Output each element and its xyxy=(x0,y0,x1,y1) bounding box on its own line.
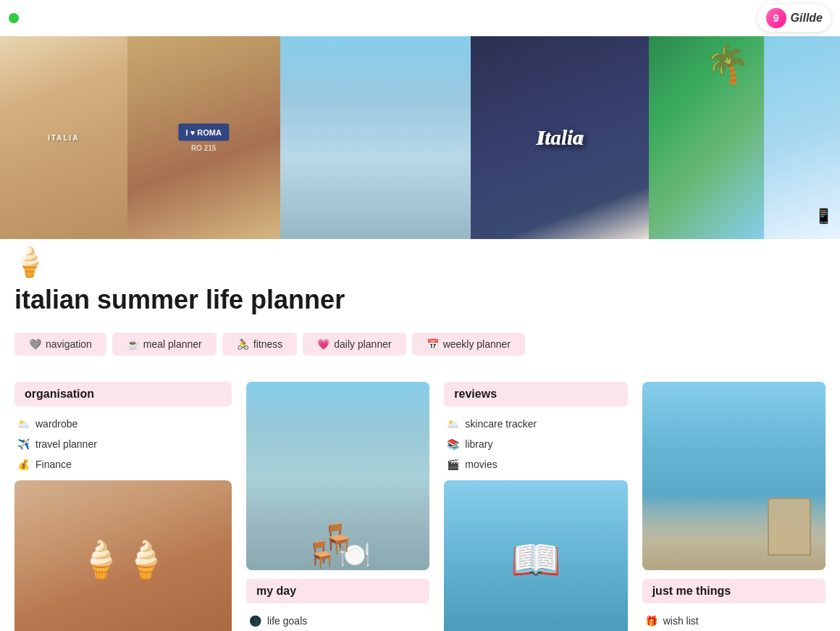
nav-tab-icon-daily: 💗 xyxy=(317,338,329,350)
book-ocean-image: 📖 xyxy=(444,480,627,631)
travel-icon: ✈️ xyxy=(17,438,30,450)
col-middle-left: 🪑🍽️ my day 🌑 life goals xyxy=(246,382,429,631)
list-item-wish-list[interactable]: 🎁 wish list xyxy=(642,611,826,631)
nav-tab-label-fitness: fitness xyxy=(253,338,282,350)
life-goals-icon: 🌑 xyxy=(249,615,261,627)
hero-img-2: I ♥ ROMA RO 215 xyxy=(127,36,280,239)
hero-img-4: Italia xyxy=(471,36,649,239)
tab-weekly-planner[interactable]: 📅 weekly planner xyxy=(412,333,525,356)
wardrobe-icon: 🌥️ xyxy=(17,418,30,430)
nav-tab-label-daily: daily planner xyxy=(334,338,391,350)
section-my-day-header: my day xyxy=(246,579,429,603)
col-right: just me things 🎁 wish list xyxy=(642,382,826,631)
nav-tab-label-weekly: weekly planner xyxy=(443,338,511,350)
section-organisation-header: organisation xyxy=(14,382,232,406)
list-item-life-goals[interactable]: 🌑 life goals xyxy=(246,611,429,631)
list-item-travel-planner[interactable]: ✈️ travel planner xyxy=(14,434,232,454)
nav-tab-icon-navigation: 🩶 xyxy=(29,338,41,350)
nav-tab-icon-fitness: 🚴 xyxy=(237,338,249,350)
nav-tabs: 🩶 navigation ☕ meal planner 🚴 fitness 💗 … xyxy=(14,333,826,356)
page-title: italian summer life planner xyxy=(14,285,826,315)
boat-image xyxy=(642,382,826,570)
logo-icon: 9 xyxy=(766,8,786,28)
nav-tab-icon-meal: ☕ xyxy=(127,338,139,350)
section-just-me-things: just me things 🎁 wish list xyxy=(642,579,826,631)
tab-navigation[interactable]: 🩶 navigation xyxy=(14,333,106,356)
cards-grid: organisation 🌥️ wardrobe ✈️ travel plann… xyxy=(14,382,826,631)
nav-tab-icon-weekly: 📅 xyxy=(427,338,439,350)
banner-emoji: 🍦 xyxy=(0,239,840,285)
section-just-me-things-header: just me things xyxy=(642,579,826,603)
list-item-movies[interactable]: 🎬 movies xyxy=(444,454,627,475)
hero-img-6: 📱 xyxy=(764,36,840,239)
hero-img-5: 🌴 xyxy=(649,36,763,239)
section-organisation: organisation 🌥️ wardrobe ✈️ travel plann… xyxy=(14,382,232,475)
main-content: italian summer life planner 🩶 navigation… xyxy=(0,285,840,631)
section-my-day: my day 🌑 life goals xyxy=(246,579,429,631)
col-left: organisation 🌥️ wardrobe ✈️ travel plann… xyxy=(14,382,232,631)
logo-text: Gillde xyxy=(791,12,823,25)
tab-fitness[interactable]: 🚴 fitness xyxy=(222,333,297,356)
section-reviews: reviews 🌥️ skincare tracker 📚 library 🎬 … xyxy=(444,382,627,475)
hero-img-1: ITALIA xyxy=(0,36,127,239)
col-middle-right: reviews 🌥️ skincare tracker 📚 library 🎬 … xyxy=(444,382,627,631)
top-bar: 9 Gillde xyxy=(0,0,840,36)
nav-tab-label-meal: meal planner xyxy=(143,338,202,350)
icecream-image xyxy=(14,480,232,631)
skincare-icon: 🌥️ xyxy=(447,418,459,430)
list-item-library[interactable]: 📚 library xyxy=(444,434,627,454)
nav-tab-label-navigation: navigation xyxy=(46,338,92,350)
logo-badge[interactable]: 9 Gillde xyxy=(757,4,831,32)
list-item-skincare[interactable]: 🌥️ skincare tracker xyxy=(444,414,627,434)
tab-meal-planner[interactable]: ☕ meal planner xyxy=(112,333,217,356)
section-reviews-header: reviews xyxy=(444,382,627,406)
movies-icon: 🎬 xyxy=(447,459,459,470)
finance-icon: 💰 xyxy=(17,459,30,470)
hero-banner: ITALIA I ♥ ROMA RO 215 Italia 🌴 📱 xyxy=(0,36,840,239)
tab-daily-planner[interactable]: 💗 daily planner xyxy=(303,333,406,356)
list-item-wardrobe[interactable]: 🌥️ wardrobe xyxy=(14,414,232,434)
hero-img-3 xyxy=(280,36,471,239)
ocean-table-image: 🪑🍽️ xyxy=(246,382,429,570)
wish-list-icon: 🎁 xyxy=(645,615,658,627)
green-dot xyxy=(9,13,19,23)
library-icon: 📚 xyxy=(447,438,459,450)
list-item-finance[interactable]: 💰 Finance xyxy=(14,454,232,475)
